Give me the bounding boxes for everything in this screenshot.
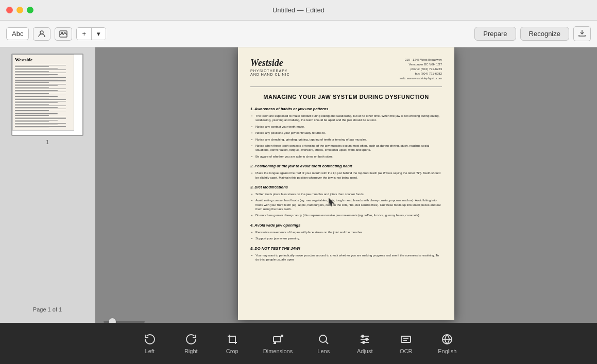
svg-point-0 xyxy=(40,31,43,34)
add-dropdown-button[interactable]: ▾ xyxy=(92,28,106,40)
tool-dimensions-label: Dimensions xyxy=(263,348,293,354)
document-header: Westside PHYSIOTHERAPYAND HAND CLINIC 21… xyxy=(250,58,442,81)
titlebar: Untitled — Edited xyxy=(0,0,597,21)
image-icon-button[interactable] xyxy=(55,27,72,41)
section-4-heading: 4. Avoid wide jaw openings xyxy=(250,223,442,228)
document-viewer: Westside PHYSIOTHERAPYAND HAND CLINIC 21… xyxy=(95,47,597,323)
logo-text: Westside xyxy=(250,58,289,69)
adjust-icon xyxy=(359,333,371,345)
close-button[interactable] xyxy=(6,7,13,13)
tool-left[interactable]: Left xyxy=(129,329,170,358)
logo-area: Westside PHYSIOTHERAPYAND HAND CLINIC xyxy=(250,58,289,76)
main-area: Westside xyxy=(0,47,597,323)
window-title: Untitled — Edited xyxy=(272,6,325,14)
zoom-bar xyxy=(95,320,597,323)
maximize-button[interactable] xyxy=(27,7,33,13)
tool-right[interactable]: Right xyxy=(170,329,212,358)
section-1-heading: 1. Awareness of habits or jaw use patter… xyxy=(250,107,442,111)
minimize-button[interactable] xyxy=(16,7,23,13)
sidebar-bottom: Page 1 of 1 xyxy=(4,145,91,317)
tool-adjust[interactable]: Adjust xyxy=(344,329,385,358)
toolbar-left: Abc + ▾ xyxy=(6,27,470,41)
section-1-bullet-6: Be aware of whether you are able to chew… xyxy=(250,154,442,159)
export-button[interactable] xyxy=(573,26,591,41)
svg-point-11 xyxy=(363,341,365,343)
section-3-heading: 3. Diet Modifications xyxy=(250,185,442,189)
abc-button[interactable]: Abc xyxy=(6,27,29,40)
section-3-bullet-1: Softer foods place less stress on the ja… xyxy=(250,192,442,196)
zoom-slider-track[interactable] xyxy=(104,321,145,323)
section-1-bullet-5: Notice when these tooth contacts or tens… xyxy=(250,144,442,152)
thumbnail-page-number: 1 xyxy=(46,139,49,145)
tool-lens-label: Lens xyxy=(317,348,330,354)
rotate-left-icon xyxy=(144,333,156,345)
thumbnail-doc: Westside xyxy=(12,55,74,131)
document-title: MANAGING YOUR JAW SYSTEM DURING DYSFUNCT… xyxy=(250,94,442,100)
add-button[interactable]: + xyxy=(77,28,92,40)
tool-english[interactable]: English xyxy=(427,329,468,358)
add-group: + ▾ xyxy=(76,27,106,40)
rotate-right-icon xyxy=(185,333,197,345)
section-2-bullet-1: Place the tongue against the roof of you… xyxy=(250,171,442,180)
section-4-bullet-1: Excessive movements of the jaw will plac… xyxy=(250,230,442,234)
section-5-heading: 5. DO NOT TEST THE JAW! xyxy=(250,246,442,251)
page-info: Page 1 of 1 xyxy=(33,306,62,313)
svg-point-4 xyxy=(319,335,327,342)
tool-adjust-label: Adjust xyxy=(357,348,373,354)
svg-rect-12 xyxy=(401,336,411,342)
lens-icon xyxy=(317,333,330,345)
section-3-bullet-2: Avoid eating coarse, hard foods (eg. raw… xyxy=(250,198,442,211)
section-3-bullet-3: Do not chew gum or chewy candy (this req… xyxy=(250,213,442,217)
svg-point-10 xyxy=(366,338,368,340)
toolbar-right: Prepare Recognize xyxy=(474,26,591,41)
svg-point-9 xyxy=(362,335,364,337)
svg-line-5 xyxy=(326,341,329,344)
person-icon-button[interactable] xyxy=(33,27,50,41)
dimensions-icon xyxy=(272,333,284,345)
tool-crop-label: Crop xyxy=(226,348,238,354)
toolbar: Abc + ▾ Prepare Recognize xyxy=(0,21,597,47)
section-1-bullet-4: Notice any clenching, grinding, gritting… xyxy=(250,137,442,142)
section-1-bullet-2: Notice any contact your teeth make. xyxy=(250,125,442,129)
window-controls xyxy=(6,7,33,13)
tool-dimensions[interactable]: Dimensions xyxy=(253,329,303,358)
tool-ocr-label: OCR xyxy=(400,348,412,354)
recognize-button[interactable]: Recognize xyxy=(520,27,569,41)
section-1-bullet-3: Notice any positions your jaw continuall… xyxy=(250,131,442,135)
english-icon xyxy=(441,333,453,345)
tool-crop[interactable]: Crop xyxy=(212,329,253,358)
section-5-bullet-1: You may want to periodically move your j… xyxy=(250,253,442,262)
tool-english-label: English xyxy=(438,348,456,354)
tool-right-label: Right xyxy=(184,348,198,354)
document-page: Westside PHYSIOTHERAPYAND HAND CLINIC 21… xyxy=(238,47,454,320)
page-thumbnail[interactable]: Westside xyxy=(11,54,83,136)
section-2-heading: 2. Positioning of the jaw to avoid tooth… xyxy=(250,164,442,168)
sidebar: Westside xyxy=(0,47,95,323)
svg-rect-3 xyxy=(274,337,281,342)
section-4-bullet-2: Support your jaw when yawning. xyxy=(250,236,442,240)
logo-subtitle: PHYSIOTHERAPYAND HAND CLINIC xyxy=(250,69,289,76)
prepare-button[interactable]: Prepare xyxy=(474,27,516,41)
header-divider xyxy=(250,86,442,87)
tool-lens[interactable]: Lens xyxy=(303,329,344,358)
ocr-icon xyxy=(400,333,412,345)
crop-icon xyxy=(226,333,238,345)
address-block: 210 - 1245 West Broadway Vancouver BC V6… xyxy=(400,58,442,81)
bottom-toolbar: Left Right Crop Dimensions Lens xyxy=(0,323,597,364)
document-content: Westside PHYSIOTHERAPYAND HAND CLINIC 21… xyxy=(238,47,454,320)
tool-left-label: Left xyxy=(145,348,155,354)
tool-ocr[interactable]: OCR xyxy=(385,329,427,358)
section-1-bullet-1: The teeth are supposed to make contact d… xyxy=(250,114,442,123)
document-canvas: Westside PHYSIOTHERAPYAND HAND CLINIC 21… xyxy=(95,47,597,320)
